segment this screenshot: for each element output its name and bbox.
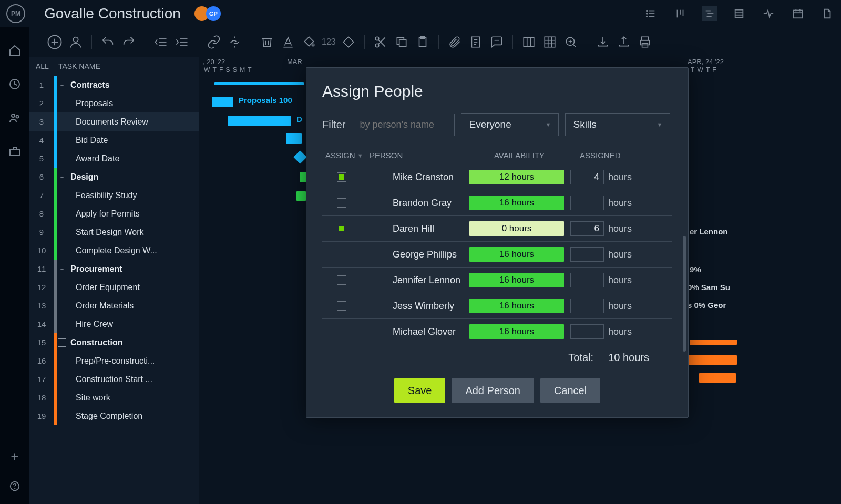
- task-row[interactable]: 18 Site work: [29, 388, 199, 407]
- collapse-icon[interactable]: −: [58, 338, 66, 347]
- member-avatars[interactable]: GP: [198, 6, 221, 21]
- availability-pill: 0 hours: [469, 221, 564, 236]
- copy-icon[interactable]: [393, 34, 410, 50]
- assign-checkbox[interactable]: [337, 224, 346, 233]
- collapse-icon[interactable]: −: [58, 173, 66, 181]
- comment-icon[interactable]: [488, 34, 505, 50]
- assigned-hours-input[interactable]: [570, 196, 604, 210]
- assigned-hours-input[interactable]: [570, 247, 604, 262]
- milestone-icon[interactable]: [340, 34, 357, 50]
- gantt-label: Prep/Pre-: [693, 354, 728, 363]
- clock-icon[interactable]: [7, 77, 22, 91]
- assign-checkbox[interactable]: [337, 327, 346, 336]
- unlink-icon[interactable]: [227, 34, 243, 50]
- task-row[interactable]: 3 Documents Review: [29, 112, 199, 131]
- calendar-icon[interactable]: [791, 6, 805, 21]
- plus-icon[interactable]: [7, 449, 22, 464]
- avatar[interactable]: GP: [206, 6, 221, 21]
- svg-rect-68: [641, 37, 648, 40]
- add-circle-icon[interactable]: [46, 34, 63, 50]
- scrollbar[interactable]: [683, 236, 686, 352]
- task-row[interactable]: 10 Complete Design W...: [29, 241, 199, 260]
- task-row[interactable]: 19 Stage Completion: [29, 407, 199, 425]
- gantt-bar[interactable]: [286, 133, 302, 144]
- assign-checkbox[interactable]: [337, 172, 346, 182]
- task-row[interactable]: 15 − Construction: [29, 333, 199, 352]
- task-row[interactable]: 11 − Procurement: [29, 260, 199, 278]
- task-row[interactable]: 16 Prep/Pre-constructi...: [29, 352, 199, 370]
- task-row[interactable]: 4 Bid Date: [29, 131, 199, 149]
- link-icon[interactable]: [206, 34, 222, 50]
- save-button[interactable]: Save: [394, 378, 446, 403]
- fill-icon[interactable]: [301, 34, 317, 50]
- print-icon[interactable]: [637, 34, 653, 50]
- col-assign-header[interactable]: ASSIGN▼: [322, 151, 370, 160]
- team-icon[interactable]: [7, 110, 22, 125]
- collapse-icon[interactable]: −: [58, 265, 66, 273]
- indent-icon[interactable]: [173, 34, 190, 50]
- attach-icon[interactable]: [446, 34, 463, 50]
- assigned-hours-input[interactable]: [570, 273, 604, 287]
- sheet-icon[interactable]: [732, 6, 746, 21]
- notes-icon[interactable]: [467, 34, 484, 50]
- task-row[interactable]: 8 Apply for Permits: [29, 204, 199, 223]
- redo-icon[interactable]: [120, 34, 137, 50]
- grid-icon[interactable]: [541, 34, 558, 50]
- assign-checkbox[interactable]: [337, 198, 346, 208]
- task-row[interactable]: 1 − Contracts: [29, 76, 199, 94]
- person-icon[interactable]: [67, 34, 84, 50]
- gantt-bar[interactable]: [228, 116, 291, 126]
- import-icon[interactable]: [594, 34, 611, 50]
- cancel-button[interactable]: Cancel: [540, 378, 600, 403]
- board-icon[interactable]: [673, 6, 688, 21]
- file-icon[interactable]: [820, 6, 835, 21]
- select-value: Everyone: [469, 119, 511, 130]
- assigned-hours-input[interactable]: [570, 299, 604, 313]
- briefcase-icon[interactable]: [7, 144, 22, 159]
- list-icon[interactable]: [643, 6, 658, 21]
- columns-icon[interactable]: [520, 34, 537, 50]
- filter-input[interactable]: [352, 114, 455, 136]
- zoom-icon[interactable]: [562, 34, 579, 50]
- cut-icon[interactable]: [372, 34, 389, 50]
- add-person-button[interactable]: Add Person: [452, 378, 534, 403]
- task-row[interactable]: 9 Start Design Work: [29, 223, 199, 241]
- gantt-bar[interactable]: [690, 340, 737, 345]
- filter-skills-select[interactable]: Skills ▼: [565, 113, 670, 136]
- row-number: 16: [29, 356, 54, 365]
- export-icon[interactable]: [616, 34, 632, 50]
- gantt-bar[interactable]: [296, 191, 306, 201]
- assigned-hours-input[interactable]: [570, 170, 604, 184]
- text-style-icon[interactable]: [280, 34, 296, 50]
- assign-checkbox[interactable]: [337, 275, 346, 285]
- gantt-bar[interactable]: [214, 82, 304, 85]
- outdent-icon[interactable]: [152, 34, 169, 50]
- home-icon[interactable]: [7, 43, 22, 58]
- task-row[interactable]: 5 Award Date: [29, 149, 199, 168]
- assigned-hours-input[interactable]: [570, 324, 604, 339]
- milestone[interactable]: [293, 150, 306, 163]
- task-row[interactable]: 7 Feasibility Study: [29, 186, 199, 204]
- task-row[interactable]: 2 Proposals: [29, 94, 199, 112]
- help-icon[interactable]: [7, 479, 22, 493]
- assign-people-modal: Assign People Filter Everyone ▼ Skills ▼…: [306, 67, 689, 418]
- gantt-icon[interactable]: [702, 6, 717, 21]
- task-row[interactable]: 14 Hire Crew: [29, 315, 199, 333]
- undo-icon[interactable]: [99, 34, 116, 50]
- hours-label: hours: [608, 275, 632, 286]
- task-row[interactable]: 17 Construction Start ...: [29, 370, 199, 388]
- assign-checkbox[interactable]: [337, 301, 346, 311]
- paste-icon[interactable]: [414, 34, 431, 50]
- activity-icon[interactable]: [761, 6, 776, 21]
- task-row[interactable]: 12 Order Equipment: [29, 278, 199, 296]
- collapse-icon[interactable]: −: [58, 81, 66, 89]
- assign-checkbox[interactable]: [337, 250, 346, 259]
- trash-icon[interactable]: [259, 34, 275, 50]
- task-row[interactable]: 13 Order Materials: [29, 296, 199, 315]
- assigned-hours-input[interactable]: [570, 221, 604, 236]
- task-row[interactable]: 6 − Design: [29, 168, 199, 186]
- app-logo[interactable]: PM: [6, 4, 25, 23]
- gantt-bar[interactable]: [212, 97, 233, 107]
- filter-scope-select[interactable]: Everyone ▼: [461, 113, 559, 136]
- col-all[interactable]: ALL: [36, 62, 49, 70]
